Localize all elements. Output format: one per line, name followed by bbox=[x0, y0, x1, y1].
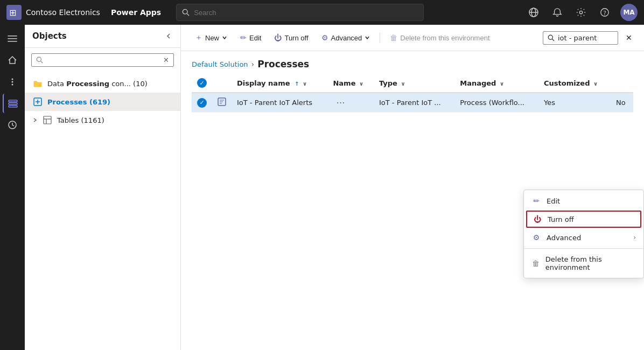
svg-rect-18 bbox=[9, 106, 17, 107]
toolbar-search-value: iot - parent bbox=[558, 34, 597, 42]
td-row-icon bbox=[212, 93, 232, 113]
th-customized[interactable]: Customized ∨ bbox=[538, 74, 611, 93]
table-container: Display name ↑ ∨ Name ∨ Type ∨ Managed ∨ bbox=[181, 74, 644, 350]
sidebar-header: Objects bbox=[25, 25, 180, 48]
breadcrumb: Default Solution › Processes bbox=[181, 51, 644, 74]
sidebar-collapse-button[interactable] bbox=[164, 32, 173, 40]
th-chevron-display-name: ∨ bbox=[303, 81, 307, 87]
context-menu: ✏ Edit ⏻ Turn off ⚙ Advanced › 🗑 Delete … bbox=[523, 190, 644, 278]
svg-rect-10 bbox=[8, 36, 17, 37]
advanced-chevron-icon bbox=[365, 35, 370, 40]
td-more-icon: ⋯ bbox=[327, 93, 374, 113]
rail-objects-icon[interactable] bbox=[3, 94, 22, 113]
environments-icon[interactable] bbox=[526, 4, 542, 20]
search-icon bbox=[182, 9, 190, 16]
main-layout: Objects process ✕ Data Processing con...… bbox=[0, 25, 644, 350]
menu-separator bbox=[524, 248, 643, 249]
th-name[interactable]: Name ∨ bbox=[327, 74, 374, 93]
td-type: Process (Workflo... bbox=[454, 93, 538, 113]
new-button[interactable]: ＋ New bbox=[190, 30, 233, 45]
help-icon[interactable]: ? bbox=[597, 4, 613, 20]
svg-point-13 bbox=[12, 79, 13, 80]
table-icon bbox=[42, 115, 53, 125]
top-navigation: ⊞ Contoso Electronics Power Apps ? MA bbox=[0, 0, 644, 25]
svg-point-2 bbox=[183, 9, 188, 14]
svg-point-26 bbox=[548, 35, 552, 39]
sidebar-item-data-processing[interactable]: Data Processing con... (10) bbox=[25, 74, 180, 93]
delete-menu-icon: 🗑 bbox=[531, 259, 540, 268]
sidebar-search[interactable]: process ✕ bbox=[31, 53, 174, 67]
row-checkbox[interactable] bbox=[197, 98, 207, 108]
search-input[interactable] bbox=[194, 9, 418, 17]
svg-point-20 bbox=[37, 57, 41, 61]
delete-button[interactable]: 🗑 Delete from this environment bbox=[384, 31, 495, 45]
expand-chevron-icon[interactable] bbox=[32, 116, 38, 124]
rail-menu-icon[interactable] bbox=[3, 29, 22, 48]
sidebar-search-clear-icon[interactable]: ✕ bbox=[163, 56, 169, 64]
advanced-submenu-chevron-icon: › bbox=[633, 234, 636, 241]
process-icon bbox=[32, 96, 43, 107]
left-rail bbox=[0, 25, 25, 350]
table-row[interactable]: IoT - Parent IoT Alerts ⋯ IoT - Parent I… bbox=[192, 93, 633, 113]
svg-line-27 bbox=[552, 39, 555, 41]
notifications-icon[interactable] bbox=[549, 4, 565, 20]
sort-indicator: ↑ bbox=[295, 81, 299, 87]
turnoff-button[interactable]: ⏻ Turn off bbox=[269, 31, 313, 45]
th-chevron-managed: ∨ bbox=[500, 81, 504, 87]
advanced-icon: ⚙ bbox=[321, 33, 328, 42]
th-icon-col bbox=[212, 74, 232, 93]
close-icon: ✕ bbox=[626, 33, 632, 42]
svg-rect-23 bbox=[44, 116, 51, 124]
select-all-checkbox[interactable] bbox=[197, 78, 207, 88]
processes-table: Display name ↑ ∨ Name ∨ Type ∨ Managed ∨ bbox=[192, 74, 633, 113]
power-menu-icon: ⏻ bbox=[533, 215, 542, 223]
app-logo[interactable]: ⊞ Contoso Electronics bbox=[6, 5, 100, 20]
toolbar-search-box[interactable]: iot - parent bbox=[543, 31, 618, 45]
company-name: Contoso Electronics bbox=[26, 8, 100, 17]
breadcrumb-parent[interactable]: Default Solution bbox=[192, 60, 248, 68]
app-name: Power Apps bbox=[111, 8, 161, 17]
svg-rect-16 bbox=[9, 100, 17, 102]
svg-text:?: ? bbox=[603, 10, 606, 17]
svg-rect-12 bbox=[8, 41, 17, 42]
edit-icon: ✏ bbox=[240, 33, 247, 42]
svg-point-14 bbox=[12, 81, 13, 83]
td-checkbox[interactable] bbox=[192, 93, 212, 113]
user-avatar[interactable]: MA bbox=[620, 4, 638, 21]
row-more-button[interactable]: ⋯ bbox=[333, 96, 348, 109]
sidebar-item-processes[interactable]: Processes (619) bbox=[25, 93, 180, 111]
edit-button[interactable]: ✏ Edit bbox=[235, 31, 267, 45]
sidebar-item-label-processes: Processes (619) bbox=[47, 98, 173, 106]
menu-item-advanced[interactable]: ⚙ Advanced › bbox=[524, 229, 643, 246]
th-display-name[interactable]: Display name ↑ ∨ bbox=[232, 74, 327, 93]
sidebar-search-icon bbox=[36, 57, 43, 64]
menu-item-delete[interactable]: 🗑 Delete from this environment bbox=[524, 251, 643, 276]
menu-item-advanced-label: Advanced bbox=[547, 234, 581, 242]
menu-item-turn-off[interactable]: ⏻ Turn off bbox=[526, 211, 641, 228]
sidebar: Objects process ✕ Data Processing con...… bbox=[25, 25, 181, 350]
svg-point-7 bbox=[579, 11, 582, 13]
settings-icon[interactable] bbox=[573, 4, 589, 20]
td-name: IoT - Parent IoT ... bbox=[374, 93, 454, 113]
td-managed: Yes bbox=[538, 93, 611, 113]
sidebar-item-tables[interactable]: Tables (1161) bbox=[25, 111, 180, 129]
th-managed[interactable]: Managed ∨ bbox=[454, 74, 538, 93]
advanced-button[interactable]: ⚙ Advanced bbox=[316, 31, 376, 45]
search-close-button[interactable]: ✕ bbox=[622, 31, 635, 44]
menu-item-edit[interactable]: ✏ Edit bbox=[524, 192, 643, 209]
sidebar-search-input[interactable]: process bbox=[46, 56, 160, 64]
delete-icon: 🗑 bbox=[390, 33, 397, 42]
toolbar-right: iot - parent ✕ bbox=[543, 31, 635, 45]
rail-home-icon[interactable] bbox=[3, 51, 22, 70]
td-customized: No bbox=[611, 93, 633, 113]
menu-item-delete-label: Delete from this environment bbox=[545, 255, 636, 271]
th-checkbox[interactable] bbox=[192, 74, 212, 93]
breadcrumb-separator: › bbox=[251, 60, 255, 68]
sidebar-items-list: Data Processing con... (10) Processes (6… bbox=[25, 72, 180, 350]
th-type[interactable]: Type ∨ bbox=[374, 74, 454, 93]
svg-rect-11 bbox=[8, 38, 17, 39]
rail-dots-icon[interactable] bbox=[3, 72, 22, 92]
global-search[interactable] bbox=[176, 4, 424, 21]
nav-actions: ? MA bbox=[526, 4, 638, 21]
rail-history-icon[interactable] bbox=[3, 115, 22, 135]
